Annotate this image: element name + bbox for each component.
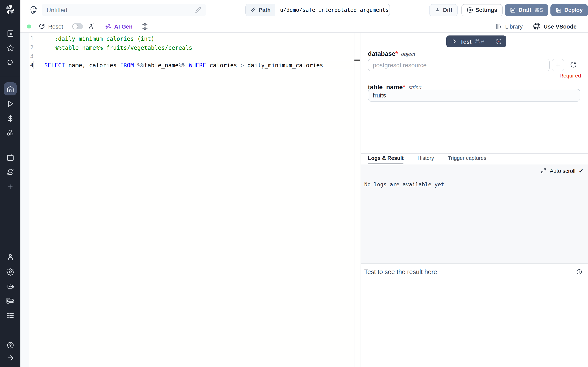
line-text[interactable]: SELECT name, calories FROM %%table_name%… (34, 60, 355, 69)
database-required-hint: Required (559, 73, 581, 79)
topbar: Untitled Path u/demo/safe_interpolated_a… (20, 0, 588, 20)
code-lines[interactable]: 1-- :daily_minimum_calories (int)2-- %%t… (20, 34, 361, 69)
path-value: u/demo/safe_interpolated_arguments (275, 4, 390, 16)
database-field-label-row: database* object (368, 50, 415, 58)
path-pencil-icon (251, 7, 256, 13)
auto-scroll-label: Auto scroll (550, 168, 575, 174)
sidebar-divider (0, 76, 20, 76)
code-line[interactable]: 1-- :daily_minimum_calories (int) (20, 34, 361, 43)
result-panel: Test to see the result here (361, 264, 588, 367)
content-row: 1-- :daily_minimum_calories (int)2-- %%t… (20, 33, 588, 367)
diff-label: Diff (443, 7, 452, 13)
resources-cubes-icon (6, 129, 14, 137)
line-number: 4 (20, 60, 34, 69)
diff-button[interactable]: Diff (429, 4, 458, 16)
code-line[interactable]: 4SELECT name, calories FROM %%table_name… (20, 60, 361, 69)
runs-play-icon (6, 100, 14, 108)
collaborators-icon[interactable] (88, 23, 95, 30)
deploy-save-icon (556, 7, 562, 13)
auto-scroll-checkmark[interactable]: ✓ (579, 167, 584, 174)
code-line[interactable]: 3 (20, 52, 361, 60)
path-field[interactable]: Path u/demo/safe_interpolated_arguments (246, 4, 390, 16)
tab-history[interactable]: History (417, 155, 434, 164)
library-button[interactable]: Library (495, 23, 523, 30)
reset-refresh-icon (39, 23, 45, 29)
test-button-group: Test ⌘↵ (446, 35, 506, 47)
editor-settings-gear-icon[interactable] (141, 23, 148, 30)
sidebar-item-resources[interactable] (0, 128, 20, 138)
editor-overview-ruler[interactable] (354, 33, 355, 367)
code-editor[interactable]: 1-- :daily_minimum_calories (int)2-- %%t… (20, 33, 361, 367)
favorites-star-icon (6, 44, 14, 52)
line-text[interactable]: -- %%table_name%% fruits/vegetables/cere… (34, 43, 355, 52)
sidebar-item-user[interactable] (0, 252, 20, 262)
edit-pencil-icon[interactable] (195, 7, 201, 13)
sidebar-item-home[interactable] (0, 84, 20, 94)
draft-button[interactable]: Draft ⌘S (505, 4, 548, 16)
sidebar-item-billing[interactable] (0, 113, 20, 123)
workers-robot-icon (6, 282, 14, 290)
sidebar-item-schedules[interactable] (0, 152, 20, 162)
refresh-resources-icon[interactable] (570, 61, 577, 68)
toggle-knob (73, 24, 78, 29)
expand-logs-icon[interactable] (541, 168, 546, 174)
logs-list-icon (6, 311, 14, 319)
expand-arrow-icon (6, 354, 14, 361)
sidebar-item-settings[interactable] (0, 267, 20, 276)
line-number: 3 (20, 52, 34, 60)
path-label-segment: Path (246, 4, 275, 16)
table-name-input[interactable] (368, 89, 580, 101)
sidebar-item-runs[interactable] (0, 99, 20, 108)
arguments-panel: Test ⌘↵ database* (361, 33, 588, 154)
info-icon[interactable] (576, 269, 582, 275)
database-field-name: database* (368, 50, 398, 58)
auto-scroll-control[interactable]: Auto scroll ✓ (541, 167, 584, 174)
code-line[interactable]: 2-- %%table_name%% fruits/vegetables/cer… (20, 43, 361, 52)
windmill-logo[interactable] (0, 4, 20, 16)
workspace-icon (6, 30, 14, 37)
windmill-logo-icon (5, 4, 16, 15)
capture-run-button[interactable] (491, 35, 506, 47)
sidebar-item-audit-logs[interactable] (0, 310, 20, 320)
script-title-field[interactable]: Untitled (42, 4, 207, 16)
reset-button[interactable]: Reset (39, 23, 63, 30)
deploy-button[interactable]: Deploy (550, 4, 588, 16)
sidebar-item-search[interactable] (0, 58, 20, 67)
save-icon (510, 7, 516, 13)
required-asterisk: * (395, 50, 398, 57)
sidebar-item-add[interactable] (0, 182, 20, 192)
diff-mode-toggle[interactable] (72, 23, 83, 29)
right-panel: Test ⌘↵ database* (361, 33, 588, 367)
bottom-tabs: Logs & Result History Trigger captures (361, 154, 588, 164)
sidebar-item-folders[interactable] (0, 296, 20, 305)
main-area: Untitled Path u/demo/safe_interpolated_a… (20, 0, 588, 367)
editor-gutter (20, 33, 29, 367)
test-button[interactable]: Test ⌘↵ (446, 35, 491, 47)
settings-button[interactable]: Settings (461, 4, 503, 16)
sidebar-item-workspace[interactable] (0, 29, 20, 38)
settings-gear-icon (6, 268, 14, 275)
sidebar-item-help[interactable] (0, 340, 20, 350)
sidebar-item-routes[interactable] (0, 167, 20, 176)
ai-gen-button[interactable]: AI Gen (105, 23, 132, 30)
diff-icon (434, 7, 440, 13)
draft-shortcut: ⌘S (534, 7, 543, 13)
add-resource-button[interactable] (552, 59, 564, 71)
home-icon (6, 85, 14, 93)
capture-frame-icon (495, 38, 502, 44)
database-placeholder: postgresql resource (373, 62, 426, 68)
tab-logs-result[interactable]: Logs & Result (368, 155, 404, 164)
screen: Untitled Path u/demo/safe_interpolated_a… (0, 0, 588, 367)
sidebar-item-workers[interactable] (0, 281, 20, 291)
sidebar-item-expand[interactable] (0, 353, 20, 363)
plus-icon (7, 183, 14, 191)
database-resource-picker[interactable]: postgresql resource (368, 59, 550, 71)
tab-trigger-captures[interactable]: Trigger captures (448, 155, 486, 164)
test-shortcut: ⌘↵ (475, 38, 485, 44)
postgresql-icon (29, 5, 38, 15)
line-text[interactable] (34, 52, 355, 60)
line-text[interactable]: -- :daily_minimum_calories (int) (34, 34, 355, 43)
use-vscode-button[interactable]: Use VScode (533, 23, 577, 30)
sidebar-item-favorites[interactable] (0, 43, 20, 53)
logs-panel: Auto scroll ✓ No logs are available yet (361, 164, 588, 264)
